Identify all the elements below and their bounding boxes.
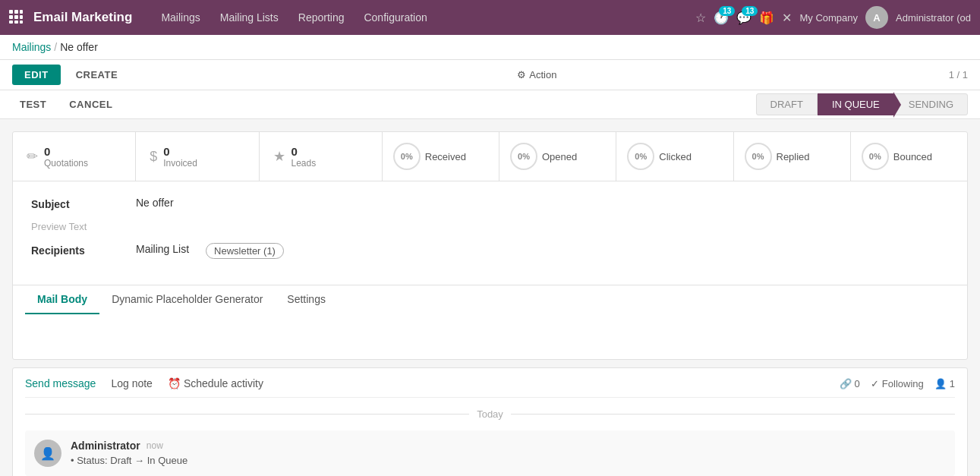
invoiced-label: Invoiced bbox=[163, 158, 197, 169]
company-name: My Company bbox=[799, 12, 858, 24]
avatar-person-icon: 👤 bbox=[40, 446, 55, 461]
subject-value: Ne offer bbox=[136, 197, 174, 209]
avatar[interactable]: A bbox=[865, 6, 888, 29]
received-pct: 0% bbox=[393, 143, 421, 170]
received-label: Received bbox=[425, 151, 466, 162]
check-icon: ✓ bbox=[871, 378, 879, 389]
recipients-row: Recipients Mailing List Newsletter (1) bbox=[31, 243, 949, 259]
send-message-button[interactable]: Send message bbox=[25, 377, 96, 389]
message-content: • Status: Draft → In Queue bbox=[71, 455, 946, 466]
pagination: 1 / 1 bbox=[949, 69, 968, 80]
state-buttons: DRAFT IN QUEUE SENDING bbox=[756, 93, 968, 115]
star-icon[interactable]: ☆ bbox=[695, 11, 706, 25]
clicked-label: Clicked bbox=[659, 151, 692, 162]
breadcrumb-parent[interactable]: Mailings bbox=[12, 41, 51, 53]
svg-rect-6 bbox=[9, 20, 13, 24]
clock-chatter-icon: ⏰ bbox=[168, 377, 181, 389]
stat-quotations[interactable]: ✏ 0 Quotations bbox=[13, 132, 136, 181]
main-content: ✏ 0 Quotations $ 0 Invoiced ★ 0 Leads bbox=[0, 119, 980, 476]
svg-rect-2 bbox=[20, 10, 23, 14]
svg-rect-1 bbox=[14, 10, 18, 14]
topnav-right: ☆ 🕐13 💬13 🎁 ✕ My Company A Administrator… bbox=[695, 6, 971, 29]
svg-rect-4 bbox=[14, 15, 18, 19]
menu-configuration[interactable]: Configuration bbox=[356, 7, 434, 28]
state-in-queue[interactable]: IN QUEUE bbox=[818, 93, 894, 115]
cancel-button[interactable]: CANCEL bbox=[61, 94, 120, 115]
chat-badge-icon[interactable]: 💬13 bbox=[736, 11, 752, 25]
form-section: Subject Ne offer Preview Text Recipients… bbox=[13, 181, 967, 285]
stat-leads[interactable]: ★ 0 Leads bbox=[260, 132, 383, 181]
stat-clicked[interactable]: 0% Clicked bbox=[616, 132, 733, 181]
leads-label: Leads bbox=[291, 158, 317, 169]
log-note-button[interactable]: Log note bbox=[111, 377, 153, 389]
breadcrumb: Mailings / Ne offer bbox=[0, 35, 980, 60]
stat-received[interactable]: 0% Received bbox=[383, 132, 499, 181]
bounced-pct: 0% bbox=[862, 143, 889, 170]
message-entry: 👤 Administrator now • Status: Draft → In… bbox=[25, 430, 955, 476]
opened-pct: 0% bbox=[510, 143, 537, 170]
svg-rect-3 bbox=[9, 15, 13, 19]
status-arrow: → bbox=[134, 455, 144, 466]
message-body: Administrator now • Status: Draft → In Q… bbox=[71, 440, 946, 467]
recipients-value: Mailing List bbox=[136, 243, 189, 255]
members-count[interactable]: 👤 1 bbox=[934, 378, 955, 389]
recipients-label: Recipients bbox=[31, 243, 130, 257]
tab-mail-body[interactable]: Mail Body bbox=[25, 285, 99, 314]
settings-icon[interactable]: ✕ bbox=[782, 11, 792, 25]
link-icon: 🔗 bbox=[840, 378, 852, 389]
breadcrumb-current: Ne offer bbox=[60, 41, 98, 53]
clicked-pct: 0% bbox=[627, 143, 654, 170]
chatter-actions: Send message Log note ⏰ Schedule activit… bbox=[25, 377, 955, 398]
state-sending[interactable]: SENDING bbox=[894, 93, 968, 115]
message-header: Administrator now bbox=[71, 440, 946, 452]
stat-row: ✏ 0 Quotations $ 0 Invoiced ★ 0 Leads bbox=[13, 132, 967, 181]
person-icon: 👤 bbox=[934, 378, 947, 389]
record-card: ✏ 0 Quotations $ 0 Invoiced ★ 0 Leads bbox=[12, 131, 968, 360]
replied-pct: 0% bbox=[745, 143, 772, 170]
stat-bounced[interactable]: 0% Bounced bbox=[851, 132, 967, 181]
pencil-icon: ✏ bbox=[27, 148, 38, 165]
create-button[interactable]: CREATE bbox=[68, 65, 125, 85]
star-stat-icon: ★ bbox=[273, 148, 285, 165]
gift-icon[interactable]: 🎁 bbox=[759, 11, 774, 25]
today-label: Today bbox=[477, 408, 503, 420]
chat-badge: 13 bbox=[742, 6, 758, 16]
chatter-right: 🔗 0 ✓ Following 👤 1 bbox=[840, 378, 955, 389]
menu-mailings[interactable]: Mailings bbox=[153, 7, 207, 28]
message-author: Administrator bbox=[71, 440, 140, 452]
action-button[interactable]: ⚙ Action bbox=[509, 65, 564, 85]
test-button[interactable]: TEST bbox=[12, 94, 54, 115]
message-avatar: 👤 bbox=[34, 440, 61, 467]
svg-rect-8 bbox=[20, 20, 23, 24]
stat-invoiced[interactable]: $ 0 Invoiced bbox=[136, 132, 259, 181]
tabs-row: Mail Body Dynamic Placeholder Generator … bbox=[13, 285, 967, 314]
chatter-section: Send message Log note ⏰ Schedule activit… bbox=[12, 367, 968, 476]
subject-label: Subject bbox=[31, 197, 130, 210]
stat-replied[interactable]: 0% Replied bbox=[734, 132, 851, 181]
status-to: In Queue bbox=[147, 455, 188, 466]
username: Administrator (od bbox=[896, 12, 971, 24]
tab-settings[interactable]: Settings bbox=[275, 285, 338, 314]
preview-text-hint: Preview Text bbox=[31, 221, 130, 232]
menu-reporting[interactable]: Reporting bbox=[291, 7, 352, 28]
status-prefix: Status: bbox=[77, 455, 107, 466]
subject-row: Subject Ne offer bbox=[31, 197, 949, 210]
grid-icon[interactable] bbox=[9, 10, 23, 26]
state-draft[interactable]: DRAFT bbox=[756, 93, 818, 115]
edit-button[interactable]: EDIT bbox=[12, 65, 61, 85]
menu-mailing-lists[interactable]: Mailing Lists bbox=[213, 7, 286, 28]
schedule-activity-button[interactable]: ⏰ Schedule activity bbox=[168, 377, 263, 389]
tab-dynamic-placeholder[interactable]: Dynamic Placeholder Generator bbox=[99, 285, 275, 314]
quotations-count: 0 bbox=[44, 145, 88, 158]
top-menu: Mailings Mailing Lists Reporting Configu… bbox=[153, 7, 695, 28]
stat-opened[interactable]: 0% Opened bbox=[499, 132, 616, 181]
recipients-tag[interactable]: Newsletter (1) bbox=[206, 243, 284, 259]
quotations-label: Quotations bbox=[44, 158, 88, 169]
following-button[interactable]: ✓ Following bbox=[871, 378, 924, 389]
opened-label: Opened bbox=[542, 151, 577, 162]
clock-badge-icon[interactable]: 🕐13 bbox=[714, 11, 729, 25]
schedule-activity-label: Schedule activity bbox=[184, 377, 263, 389]
action-label: Action bbox=[529, 69, 556, 80]
svg-rect-5 bbox=[20, 15, 23, 19]
clock-badge: 13 bbox=[719, 6, 735, 16]
